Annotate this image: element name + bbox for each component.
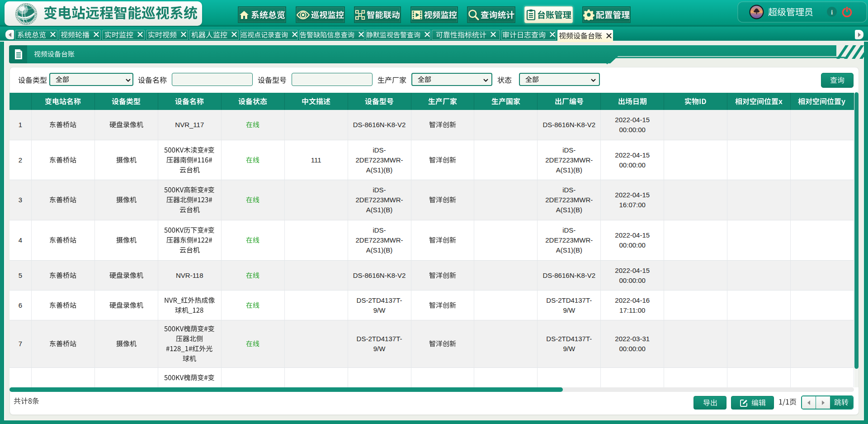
svg-text:i: i (831, 9, 833, 16)
